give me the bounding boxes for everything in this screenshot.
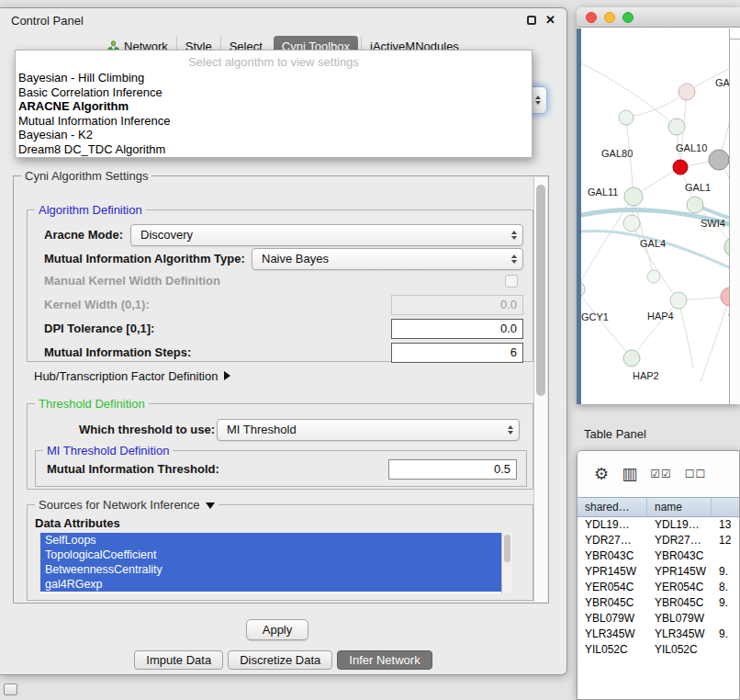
table-cell: YBL079W bbox=[647, 611, 712, 627]
control-panel-titlebar: Control Panel ✕ bbox=[0, 8, 566, 32]
network-edge[interactable] bbox=[701, 297, 729, 382]
node-center-small[interactable] bbox=[647, 270, 660, 283]
node-label: GAL11 bbox=[588, 186, 618, 198]
table-row[interactable]: YDL19…YDL19…13 bbox=[577, 517, 739, 533]
column-header[interactable]: shared… bbox=[577, 498, 647, 516]
hub-factor-section-toggle[interactable]: Hub/Transcription Factor Definition bbox=[34, 367, 230, 384]
data-attributes-list[interactable]: SelfLoopsTopologicalCoefficientBetweenne… bbox=[40, 533, 512, 593]
manual-kernel-label: Manual Kernel Width Definition bbox=[44, 273, 220, 289]
node-gal4[interactable] bbox=[623, 215, 640, 231]
network-window-titlebar[interactable] bbox=[577, 7, 740, 28]
node-gal11[interactable] bbox=[624, 187, 643, 206]
table-cell: YBR043C bbox=[577, 548, 647, 564]
network-edge[interactable] bbox=[632, 300, 678, 358]
scrollbar-corner-box[interactable] bbox=[730, 28, 740, 40]
table-cell: YLR345W bbox=[577, 627, 647, 642]
mi-type-select[interactable]: Naive Bayes bbox=[252, 248, 523, 270]
network-edge[interactable] bbox=[678, 300, 693, 368]
node-pink-top[interactable] bbox=[678, 84, 695, 100]
attributes-list-scrollbar[interactable] bbox=[501, 533, 512, 593]
zoom-button[interactable] bbox=[622, 12, 633, 23]
network-edge[interactable] bbox=[581, 289, 632, 358]
attribute-item[interactable]: gal4RGexp bbox=[40, 577, 501, 592]
window-title: Control Panel bbox=[11, 14, 84, 28]
kernel-width-input[interactable]: 0.0 bbox=[391, 295, 523, 315]
table-body: YDL19…YDL19…13YDR27…YDR27…12YBR043CYBR04… bbox=[577, 517, 739, 699]
table-row[interactable]: YBL079WYBL079W bbox=[577, 611, 739, 627]
attribute-item[interactable]: TopologicalCoefficient bbox=[40, 548, 501, 562]
node-pink-right[interactable] bbox=[721, 288, 729, 306]
aracne-mode-select[interactable]: Discovery bbox=[130, 224, 523, 246]
table-cell bbox=[712, 548, 739, 564]
bottom-tab-impute-data[interactable]: Impute Data bbox=[134, 650, 223, 670]
algorithm-option[interactable]: Bayesian - Hill Climbing bbox=[16, 71, 532, 85]
mi-threshold-group-title: MI Threshold Definition bbox=[43, 444, 173, 457]
which-threshold-label: Which threshold to use: bbox=[79, 419, 215, 441]
close-button[interactable] bbox=[586, 12, 597, 23]
unchecked-columns-icon[interactable]: ☐☐ bbox=[685, 468, 707, 480]
table-cell: YER054C bbox=[577, 580, 647, 595]
cyni-settings-group: Cyni Algorithm Settings Algorithm Defini… bbox=[13, 175, 549, 604]
table-row[interactable]: YPR145WYPR145W9. bbox=[577, 564, 739, 580]
node-gal1[interactable] bbox=[687, 197, 703, 213]
which-threshold-select[interactable]: MI Threshold bbox=[217, 419, 520, 441]
bottom-tab-discretize-data[interactable]: Discretize Data bbox=[228, 650, 332, 670]
settings-gear-icon[interactable]: ⚙ bbox=[594, 464, 609, 484]
column-header[interactable]: name bbox=[647, 498, 712, 516]
node-gcy1[interactable] bbox=[581, 281, 585, 298]
node-red[interactable] bbox=[673, 160, 688, 175]
table-row[interactable]: YIL052CYIL052C bbox=[577, 642, 739, 658]
node-left-upper[interactable] bbox=[619, 110, 633, 125]
mi-steps-input[interactable]: 6 bbox=[391, 343, 523, 363]
table-cell: 9. bbox=[712, 627, 739, 642]
algorithm-option[interactable]: Basic Correlation Inference bbox=[16, 85, 532, 100]
table-row[interactable]: YBR045CYBR045C9. bbox=[577, 595, 739, 611]
table-row[interactable]: YER054CYER054C8. bbox=[577, 580, 739, 595]
network-vertical-scrollbar[interactable] bbox=[729, 28, 740, 404]
network-edge[interactable] bbox=[626, 92, 687, 118]
sources-group-title[interactable]: Sources for Network Inference bbox=[35, 498, 219, 512]
scrollbar-thumb[interactable] bbox=[504, 535, 510, 562]
dpi-tolerance-input[interactable]: 0.0 bbox=[391, 319, 523, 339]
settings-scrollbar[interactable] bbox=[533, 177, 547, 602]
table-cell: 13 bbox=[712, 517, 739, 533]
table-toolbar: ⚙▥☑☑☐☐ bbox=[577, 451, 739, 497]
dropdown-placeholder: Select algorithm to view settings bbox=[16, 54, 532, 71]
checked-columns-icon[interactable]: ☑☑ bbox=[650, 468, 672, 480]
algorithm-option[interactable]: Dream8 DC_TDC Algorithm bbox=[16, 142, 532, 157]
algorithm-option[interactable]: Mutual Information Inference bbox=[16, 114, 532, 129]
mi-threshold-input[interactable]: 0.5 bbox=[388, 459, 517, 480]
column-chooser-icon[interactable]: ▥ bbox=[622, 464, 637, 484]
hub-factor-label: Hub/Transcription Factor Definition bbox=[34, 369, 218, 383]
float-window-icon[interactable] bbox=[527, 16, 536, 25]
table-cell: YDR27… bbox=[647, 533, 712, 548]
algorithm-option[interactable]: Bayesian - K2 bbox=[16, 128, 532, 142]
attribute-item[interactable]: BetweennessCentrality bbox=[40, 562, 501, 577]
table-cell: 8. bbox=[712, 580, 739, 595]
aracne-mode-label: Aracne Mode: bbox=[44, 224, 123, 246]
node-gray[interactable] bbox=[709, 150, 729, 170]
table-cell: YBL079W bbox=[577, 611, 647, 627]
table-cell: YBR045C bbox=[577, 595, 647, 611]
table-cell: YER054C bbox=[647, 580, 712, 595]
scrollbar-thumb[interactable] bbox=[536, 185, 545, 396]
attribute-item[interactable]: SelfLoops bbox=[40, 533, 501, 548]
node-hap4[interactable] bbox=[670, 292, 687, 309]
bottom-tab-infer-network[interactable]: Infer Network bbox=[337, 650, 432, 670]
minimized-panel-icon[interactable] bbox=[4, 683, 17, 695]
minimize-button[interactable] bbox=[604, 12, 615, 23]
table-cell: YDL19… bbox=[647, 517, 712, 533]
bottom-tab-bar: Impute DataDiscretize DataInfer Network bbox=[0, 650, 566, 670]
table-row[interactable]: YDR27…YDR27…12 bbox=[577, 533, 739, 548]
node-above-gal10[interactable] bbox=[668, 119, 685, 135]
manual-kernel-checkbox[interactable] bbox=[505, 275, 518, 288]
node-hap2[interactable] bbox=[623, 350, 640, 367]
table-row[interactable]: YLR345WYLR345W9. bbox=[577, 627, 739, 642]
network-canvas[interactable]: GALGAL80GAL10GAL11GAL1SWI4GAL4GCY1HAP4HA… bbox=[581, 28, 729, 404]
close-window-icon[interactable]: ✕ bbox=[545, 16, 555, 25]
threshold-definition-title: Threshold Definition bbox=[35, 397, 149, 411]
apply-button[interactable]: Apply bbox=[246, 619, 308, 640]
table-row[interactable]: YBR043CYBR043C bbox=[577, 548, 739, 564]
algorithm-option[interactable]: ARACNE Algorithm bbox=[16, 99, 532, 114]
table-cell: 9. bbox=[712, 564, 739, 580]
